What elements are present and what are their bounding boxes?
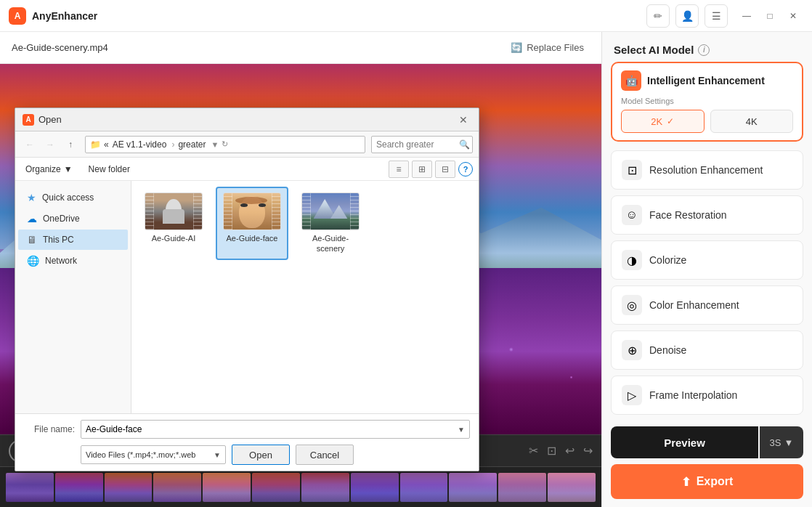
preview-dropdown-button[interactable]: 3S ▼	[760, 426, 803, 458]
film-strip-left-2	[224, 193, 232, 230]
filename-input[interactable]: Ae-Guide-face ▼	[81, 420, 470, 439]
maximize-button[interactable]: □	[760, 6, 780, 26]
redo-icon[interactable]: ↪	[583, 444, 593, 458]
model-label-color-enhancement: Color Enhancement	[649, 299, 739, 311]
this-pc-icon: 🖥	[27, 234, 37, 246]
intelligent-enhancement-card[interactable]: 🤖 Intelligent Enhancement Model Settings…	[611, 62, 803, 142]
organize-button[interactable]: Organize ▼	[21, 163, 77, 176]
cut-icon[interactable]: ✂	[529, 444, 538, 458]
filetype-select[interactable]: Video Files (*.mp4;*.mov;*.web ▼	[81, 445, 226, 464]
open-button[interactable]: Open	[232, 445, 290, 465]
search-box-wrapper: 🔍	[371, 136, 473, 153]
model-item-color-enhancement[interactable]: ◎ Color Enhancement	[611, 285, 803, 325]
model-4k-button[interactable]: 4K	[710, 110, 794, 133]
ie-icon: 🤖	[621, 70, 641, 91]
content-topbar: Ae-Guide-scenery.mp4 🔄 Replace Files	[0, 32, 601, 64]
footer-filename-row: File name: Ae-Guide-face ▼	[24, 420, 470, 439]
folder-icon: 📁	[90, 139, 101, 150]
quick-access-icon: ★	[27, 192, 36, 203]
sidebar-item-quick-access[interactable]: ★ Quick access	[18, 187, 128, 208]
onedrive-icon: ☁	[27, 213, 37, 224]
dialog-titlebar: A Open ✕	[15, 108, 479, 131]
dialog-subbar: Organize ▼ New folder ≡ ⊞ ⊟ ?	[15, 158, 479, 181]
user-button[interactable]: 👤	[675, 4, 699, 28]
file-item-ae-guide-ai[interactable]: Ae-Guide-AI	[137, 187, 210, 260]
search-input[interactable]	[371, 136, 473, 153]
new-folder-button[interactable]: New folder	[83, 163, 136, 176]
current-file-name: Ae-Guide-scenery.mp4	[12, 42, 108, 53]
window-controls: ✏ 👤 ☰ — □ ✕	[646, 4, 803, 28]
cancel-button[interactable]: Cancel	[296, 445, 354, 465]
view-list-button[interactable]: ≡	[389, 161, 409, 178]
edit-button[interactable]: ✏	[646, 4, 670, 28]
menu-button[interactable]: ☰	[705, 4, 728, 28]
timeline-thumb-5[interactable]	[203, 473, 251, 502]
refresh-icon[interactable]: ↻	[222, 139, 228, 149]
timeline-thumb-3[interactable]	[105, 473, 153, 502]
file-grid: Ae-Guide-AI	[137, 187, 473, 260]
dialog-body: ★ Quick access ☁ OneDrive 🖥 This PC �	[15, 181, 479, 413]
sidebar-item-this-pc[interactable]: 🖥 This PC	[18, 230, 128, 250]
crop-icon[interactable]: ⊡	[547, 444, 556, 458]
filename-dropdown-icon[interactable]: ▼	[458, 426, 465, 434]
file-item-ae-guide-scenery[interactable]: Ae-Guide-scenery	[294, 187, 367, 260]
search-icon[interactable]: 🔍	[459, 139, 470, 150]
preview-row: Preview 3S ▼	[611, 426, 803, 458]
file-dialog[interactable]: A Open ✕ ← → ↑ 📁 « AE v1.1-video	[15, 108, 479, 471]
timeline-thumb-8[interactable]	[351, 473, 399, 502]
file-item-ae-guide-face[interactable]: Ae-Guide-face	[216, 187, 288, 260]
info-icon[interactable]: i	[698, 44, 710, 56]
timeline-thumb-12[interactable]	[548, 473, 596, 502]
timeline-thumb-6[interactable]	[252, 473, 300, 502]
titlebar: A AnyEnhancer ✏ 👤 ☰ — □ ✕	[0, 0, 812, 32]
replace-icon: 🔄	[511, 42, 522, 53]
file-name-ae-guide-ai: Ae-Guide-AI	[152, 233, 196, 243]
export-button[interactable]: ⬆ Export	[611, 464, 803, 499]
timeline-thumb-9[interactable]	[400, 473, 448, 502]
help-button[interactable]: ?	[458, 162, 473, 177]
sidebar-item-network[interactable]: 🌐 Network	[18, 251, 128, 271]
close-button[interactable]: ✕	[783, 6, 803, 26]
undo-icon[interactable]: ↩	[565, 444, 575, 458]
model-item-frame[interactable]: ▷ Frame Interpolation	[611, 376, 803, 415]
app-logo: A	[9, 7, 26, 25]
replace-files-button[interactable]: 🔄 Replace Files	[505, 39, 590, 56]
view-grid-button[interactable]: ⊞	[412, 161, 432, 178]
file-name-ae-guide-scenery: Ae-Guide-scenery	[300, 233, 361, 254]
address-part-1: « AE v1.1-video ›	[104, 139, 176, 150]
dialog-files[interactable]: Ae-Guide-AI	[131, 181, 479, 413]
timeline-thumb-11[interactable]	[498, 473, 546, 502]
view-controls: ≡ ⊞ ⊟ ?	[389, 161, 473, 178]
timeline-thumb-4[interactable]	[153, 473, 201, 502]
sidebar-item-onedrive[interactable]: ☁ OneDrive	[18, 208, 128, 229]
timeline-thumb-10[interactable]	[449, 473, 497, 502]
timeline-scroll[interactable]	[0, 470, 601, 505]
timeline-thumb-7[interactable]	[301, 473, 349, 502]
preview-button[interactable]: Preview	[611, 426, 758, 458]
nav-forward-button[interactable]: →	[41, 136, 59, 153]
model-item-face[interactable]: ☺ Face Restoration	[611, 195, 803, 235]
model-label-colorize: Colorize	[649, 254, 686, 266]
timeline-thumb-2[interactable]	[55, 473, 103, 502]
address-bar[interactable]: 📁 « AE v1.1-video › greater ▼ ↻	[85, 136, 365, 153]
model-item-denoise[interactable]: ⊕ Denoise	[611, 330, 803, 370]
nav-back-button[interactable]: ←	[21, 136, 38, 153]
model-2k-button[interactable]: 2K ✓	[621, 110, 705, 133]
film-strip-right-2	[272, 193, 280, 230]
nav-up-button[interactable]: ↑	[62, 136, 79, 153]
address-dropdown-icon[interactable]: ▼	[211, 140, 219, 149]
view-extra-button[interactable]: ⊟	[435, 161, 455, 178]
file-thumb-ae-guide-face	[223, 192, 281, 230]
model-item-resolution[interactable]: ⊡ Resolution Enhancement	[611, 150, 803, 190]
network-icon: 🌐	[27, 255, 39, 267]
film-strip-right-3	[350, 193, 359, 230]
model-item-colorize[interactable]: ◑ Colorize	[611, 240, 803, 280]
model-label-denoise: Denoise	[649, 344, 686, 356]
timeline[interactable]	[0, 466, 601, 507]
model-label-resolution: Resolution Enhancement	[649, 164, 763, 176]
timeline-thumb-1[interactable]	[6, 473, 54, 502]
dialog-close-button[interactable]: ✕	[455, 112, 471, 128]
main-layout: Ae-Guide-scenery.mp4 🔄 Replace Files ▶	[0, 32, 812, 507]
filetype-dropdown-icon[interactable]: ▼	[214, 451, 221, 459]
minimize-button[interactable]: —	[736, 6, 757, 26]
